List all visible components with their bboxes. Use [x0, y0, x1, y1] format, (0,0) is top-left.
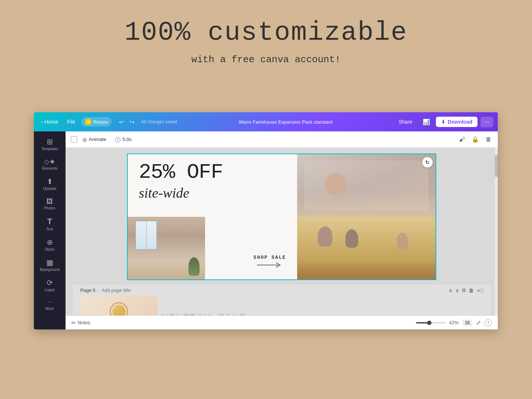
- download-icon: ⬇: [441, 119, 445, 125]
- notes-label: Notes: [78, 320, 90, 325]
- scrollbar-track[interactable]: [495, 148, 498, 315]
- paint-tool-button[interactable]: 🖌: [458, 135, 466, 144]
- resize-button[interactable]: ✦ Resize: [81, 117, 112, 127]
- knit-texture: [304, 160, 429, 211]
- analytics-button[interactable]: 📊: [420, 117, 433, 127]
- thumbnail-inner-circle: [112, 305, 126, 316]
- fullscreen-button[interactable]: ⤢: [476, 319, 481, 326]
- refresh-button[interactable]: ↻: [422, 157, 433, 167]
- background-icon: ▦: [46, 259, 53, 266]
- text-icon: T: [47, 218, 52, 226]
- templates-icon: ⊞: [47, 138, 53, 145]
- save-status: All changes saved: [141, 119, 177, 124]
- home-nav[interactable]: ‹ Home: [38, 117, 61, 126]
- sidebar: ⊞ Templates ◇★ Elements ⬆ Uploads 🖼 Phot…: [34, 131, 66, 329]
- logos-icon: ⟳: [47, 279, 53, 286]
- zoom-slider[interactable]: [416, 322, 445, 324]
- status-bar-right: 42% 15 ⤢ ?: [416, 319, 492, 326]
- design-sub-text: site-wide: [139, 185, 290, 201]
- sidebar-item-templates[interactable]: ⊞ Templates: [35, 134, 64, 154]
- sidebar-item-logos[interactable]: ⟳ Logos: [35, 275, 64, 295]
- project-title: Warm Farmhouse Expansion Pack standard: [180, 119, 391, 125]
- chevron-left-icon: ‹: [41, 119, 43, 125]
- elements-icon: ◇★: [44, 158, 55, 165]
- plant-decoration: [189, 257, 200, 276]
- uploads-icon: ⬆: [47, 178, 53, 185]
- page-up-button[interactable]: ∧: [449, 287, 452, 293]
- undo-redo-group: ↩ ↪: [117, 118, 137, 126]
- file-menu[interactable]: File: [64, 117, 78, 126]
- delete-button[interactable]: 🗑: [485, 135, 493, 144]
- main-area: ⊞ Templates ◇★ Elements ⬆ Uploads 🖼 Phot…: [34, 131, 498, 329]
- page-number: Page 6: [80, 287, 95, 293]
- figure3: [397, 233, 408, 249]
- lock-button[interactable]: 🔒: [471, 135, 480, 144]
- undo-button[interactable]: ↩: [117, 118, 126, 126]
- page-header: Page 6 - ∧ ∨ ⧉ 🗑 +□: [80, 287, 483, 293]
- sidebar-item-styles[interactable]: ⊕ Styles: [35, 235, 64, 254]
- redo-button[interactable]: ↪: [127, 118, 137, 126]
- photo-top-right-inner: [297, 154, 436, 217]
- design-right: [297, 154, 436, 279]
- room-photo: [128, 217, 205, 279]
- add-page-button[interactable]: +□: [477, 287, 483, 293]
- zoom-slider-thumb[interactable]: [427, 321, 431, 325]
- blurred-page-text: HOLIDAY SALE: [161, 313, 246, 315]
- more-label: More: [46, 307, 54, 311]
- hero-subtitle: with a free canva account!: [0, 54, 532, 65]
- sidebar-item-photos[interactable]: 🖼 Photos: [35, 194, 64, 213]
- text-label: Text: [46, 227, 53, 231]
- animate-icon: ◎: [82, 137, 87, 142]
- photo-bottom-right: [297, 217, 436, 279]
- page-down-button[interactable]: ∨: [455, 287, 459, 293]
- design-canvas[interactable]: 25% OFF site-wide SHOP SAL: [127, 153, 436, 280]
- thumbnail-bg: [80, 296, 158, 315]
- thumbnail-circle: [110, 302, 128, 316]
- shop-sale-text: SHOP SALE: [254, 255, 286, 260]
- notes-button[interactable]: ✏ Notes: [71, 320, 90, 326]
- share-button[interactable]: Share: [394, 117, 417, 126]
- chart-icon: 📊: [423, 119, 430, 125]
- shop-arrow: [254, 262, 286, 268]
- zoom-slider-fill: [416, 322, 429, 324]
- delete-page-button[interactable]: 🗑: [469, 287, 474, 293]
- styles-label: Styles: [45, 247, 54, 251]
- canva-editor: ‹ Home File ✦ Resize ↩ ↪ All changes sav…: [34, 112, 498, 329]
- ellipsis-icon: ···: [484, 118, 490, 126]
- status-bar: ✏ Notes 42% 15 ⤢ ?: [66, 315, 498, 329]
- sidebar-item-text[interactable]: T Text: [35, 214, 64, 234]
- styles-icon: ⊕: [47, 239, 53, 246]
- hero-title: 100% customizable: [0, 18, 532, 47]
- duration-button[interactable]: 🕐 5.0s: [114, 137, 132, 142]
- sidebar-item-more[interactable]: ··· More: [35, 296, 64, 314]
- table-surface: [297, 261, 436, 279]
- page-controls: ∧ ∨ ⧉ 🗑 +□: [449, 287, 483, 293]
- zoom-slider-container: [416, 322, 445, 324]
- figure2: [345, 229, 358, 248]
- duplicate-page-button[interactable]: ⧉: [462, 287, 466, 293]
- scrollbar-thumb[interactable]: [495, 155, 498, 177]
- page-title-input[interactable]: [102, 287, 163, 293]
- shop-sale-area: SHOP SALE: [254, 255, 286, 268]
- templates-label: Templates: [41, 147, 58, 151]
- uploads-label: Uploads: [43, 187, 57, 191]
- photos-label: Photos: [44, 206, 55, 210]
- sidebar-item-elements[interactable]: ◇★ Elements: [35, 155, 64, 173]
- animate-button[interactable]: ◎ Animate: [82, 137, 106, 142]
- select-checkbox[interactable]: [71, 136, 77, 143]
- sidebar-item-background[interactable]: ▦ Background: [35, 255, 64, 275]
- thumbnail-inner: [80, 296, 158, 315]
- design-left: 25% OFF site-wide SHOP SAL: [128, 154, 297, 279]
- duration-label: 5.0s: [123, 137, 132, 142]
- download-button[interactable]: ⬇ Download: [436, 117, 478, 127]
- resize-label: Resize: [94, 119, 108, 125]
- design-main-text: 25% OFF: [139, 162, 290, 183]
- more-options-button[interactable]: ···: [480, 117, 493, 127]
- more-icon: ···: [47, 299, 52, 305]
- sidebar-item-uploads[interactable]: ⬆ Uploads: [35, 174, 64, 194]
- canvas-area[interactable]: 25% OFF site-wide SHOP SAL: [66, 148, 498, 315]
- editor-toolbar: ◎ Animate 🕐 5.0s 🖌 🔒 🗑: [66, 131, 498, 148]
- room-photo-inner: [128, 217, 205, 279]
- page-thumbnail[interactable]: [80, 296, 158, 315]
- help-button[interactable]: ?: [485, 319, 492, 326]
